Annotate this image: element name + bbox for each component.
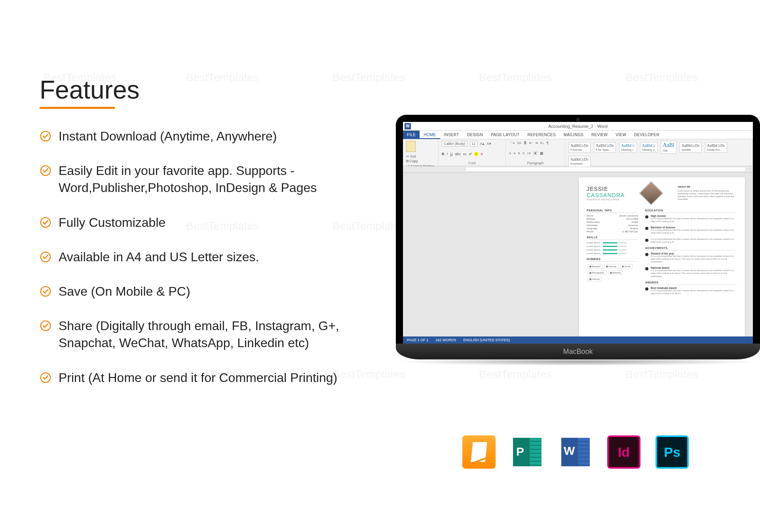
laptop-bezel: W Accounting_Resume_2 - Word FILEHOMEINS… bbox=[396, 115, 760, 344]
info-row: LanguageEnglish bbox=[587, 227, 638, 230]
borders-button[interactable]: ▦ bbox=[540, 151, 543, 155]
status-words: 162 WORDS bbox=[435, 336, 456, 344]
ribbon-tab-mailings[interactable]: MAILINGS bbox=[560, 131, 587, 139]
resume-page: JESSIECASSANDRA ANDROID DEVELOPER ABOUT … bbox=[579, 177, 745, 336]
align-left-icon[interactable]: ≡ bbox=[509, 151, 511, 155]
status-page: PAGE 1 OF 1 bbox=[407, 336, 428, 344]
style-subtitle[interactable]: AaBbCcDcSubtitle bbox=[680, 142, 702, 153]
ruler[interactable] bbox=[403, 166, 753, 173]
resume-name: JESSIECASSANDRA bbox=[587, 186, 625, 198]
ribbon-tab-references[interactable]: REFERENCES bbox=[523, 131, 559, 139]
word-app-icon: W bbox=[405, 123, 411, 129]
hobby-chip: ◼ Photography bbox=[587, 270, 606, 275]
cut-button[interactable]: ✂ Cut bbox=[406, 154, 434, 158]
resume-entry: High SchoolIt is a long established fact… bbox=[645, 215, 737, 223]
resume-about: ABOUT ME Lorem ipsum is simply dummy tex… bbox=[678, 186, 737, 201]
ribbon: ✂ Cut ⧉ Copy 🖌 Format Painter Clipboard … bbox=[403, 139, 753, 166]
word-doc-title: Accounting_Resume_2 - Word bbox=[548, 124, 608, 129]
sup-button[interactable]: x² bbox=[469, 152, 472, 156]
section-awards: AWARDS bbox=[645, 281, 737, 285]
ribbon-tab-file[interactable]: FILE bbox=[403, 131, 420, 139]
outdent-icon[interactable]: ⇤ bbox=[529, 141, 532, 145]
skill-row: Lorem ipsum bbox=[587, 252, 638, 255]
word-app-icon bbox=[559, 435, 592, 469]
shading-button[interactable]: ▾ bbox=[533, 151, 538, 155]
hobby-chip: ◼ Baseball bbox=[587, 264, 602, 269]
copy-button[interactable]: ⧉ Copy bbox=[406, 159, 434, 163]
line-spacing-icon[interactable]: ↕≡ bbox=[527, 151, 531, 155]
style-title[interactable]: AaBlTitle bbox=[661, 141, 676, 154]
style--normal[interactable]: AaBbCcDc¶ Normal bbox=[568, 142, 591, 153]
feature-text: Fully Customizable bbox=[59, 214, 165, 231]
ribbon-tab-page-layout[interactable]: PAGE LAYOUT bbox=[487, 131, 523, 139]
check-icon bbox=[40, 165, 51, 177]
feature-text: Share (Digitally through email, FB, Inst… bbox=[59, 317, 348, 352]
style-heading-1[interactable]: AaBbCcHeading 1 bbox=[619, 142, 636, 153]
font-color-button[interactable]: A bbox=[481, 152, 483, 156]
features-column: Features Instant Download (Anytime, Anyw… bbox=[40, 75, 348, 532]
multilevel-icon[interactable]: ≣ bbox=[524, 141, 527, 145]
skill-row: Lorem ipsum bbox=[587, 249, 638, 251]
info-row: NationalityAmerican bbox=[587, 224, 638, 226]
skill-row: Lorem ipsum bbox=[587, 245, 638, 247]
indent-icon[interactable]: ⇥ bbox=[535, 141, 538, 145]
font-grow-icon[interactable]: A▴ bbox=[480, 142, 484, 146]
feature-item: Instant Download (Anytime, Anywhere) bbox=[40, 128, 348, 145]
underline-button[interactable]: U bbox=[450, 152, 453, 156]
document-area[interactable]: JESSIECASSANDRA ANDROID DEVELOPER ABOUT … bbox=[403, 173, 753, 336]
word-titlebar: W Accounting_Resume_2 - Word bbox=[403, 122, 753, 131]
style-emphasis[interactable]: AaBbCcDcEmphasis bbox=[568, 156, 591, 167]
feature-item: Save (On Mobile & PC) bbox=[40, 283, 348, 300]
ribbon-tab-insert[interactable]: INSERT bbox=[440, 131, 463, 139]
ribbon-tabs: FILEHOMEINSERTDESIGNPAGE LAYOUTREFERENCE… bbox=[403, 131, 753, 139]
ribbon-tab-design[interactable]: DESIGN bbox=[463, 131, 487, 139]
hobby-chip: ◼ Gaming bbox=[587, 277, 602, 281]
hobby-chip: ◼ Social bbox=[620, 264, 633, 269]
ribbon-tab-home[interactable]: HOME bbox=[420, 131, 440, 139]
ribbon-group-styles: AaBbCcDc¶ NormalAaBbCcDc¶ No Spac...AaBb… bbox=[565, 139, 753, 166]
feature-item: Fully Customizable bbox=[40, 214, 348, 231]
bullets-icon[interactable]: ⋮≡ bbox=[509, 141, 515, 145]
style-heading-2[interactable]: AaBbCcHeading 2 bbox=[640, 142, 657, 153]
paste-icon[interactable] bbox=[406, 141, 416, 152]
laptop-screen: W Accounting_Resume_2 - Word FILEHOMEINS… bbox=[403, 122, 753, 344]
indesign-app-icon: Id bbox=[607, 435, 640, 469]
style--no-spac-[interactable]: AaBbCcDc¶ No Spac... bbox=[594, 142, 616, 153]
resume-entry: Student of the yearIt is a long establis… bbox=[645, 252, 737, 263]
app-icons-row: Id Ps bbox=[462, 435, 689, 469]
italic-button[interactable]: I bbox=[447, 152, 448, 156]
check-icon bbox=[40, 130, 51, 142]
feature-list: Instant Download (Anytime, Anywhere)Easi… bbox=[40, 128, 348, 386]
ribbon-tab-review[interactable]: REVIEW bbox=[587, 131, 612, 139]
justify-icon[interactable]: ≡ bbox=[522, 151, 524, 155]
resume-entry: National AwardIt is a long established f… bbox=[645, 266, 737, 277]
feature-text: Available in A4 and US Letter sizes. bbox=[59, 249, 259, 266]
bold-button[interactable]: B bbox=[442, 152, 445, 156]
strike-button[interactable]: abc bbox=[455, 152, 461, 156]
font-name-select[interactable]: Calibri (Body) bbox=[442, 141, 467, 146]
page: Features Instant Download (Anytime, Anyw… bbox=[0, 0, 760, 532]
info-row: Phone+1 987 654 321 bbox=[587, 230, 638, 233]
section-skills: SKILLS bbox=[587, 236, 638, 240]
showmarks-icon[interactable]: ¶ bbox=[547, 141, 549, 145]
publisher-app-icon bbox=[511, 435, 544, 469]
feature-text: Instant Download (Anytime, Anywhere) bbox=[59, 128, 277, 145]
numbering-icon[interactable]: 1≡ bbox=[517, 141, 521, 145]
check-icon bbox=[40, 217, 51, 228]
ribbon-tab-developer[interactable]: DEVELOPER bbox=[630, 131, 663, 139]
info-row: Birthday12/11/1990 bbox=[587, 218, 638, 220]
feature-item: Easily Edit in your favorite app. Suppor… bbox=[40, 162, 348, 196]
align-center-icon[interactable]: ≡ bbox=[513, 151, 515, 155]
check-icon bbox=[40, 251, 51, 263]
highlight-button[interactable]: A bbox=[474, 152, 478, 156]
font-size-select[interactable]: 11 bbox=[470, 141, 478, 146]
font-shrink-icon[interactable]: A▾ bbox=[487, 142, 491, 146]
sub-button[interactable]: x₂ bbox=[463, 152, 467, 156]
sort-icon[interactable]: A↓ bbox=[540, 141, 545, 145]
laptop-mockup: W Accounting_Resume_2 - Word FILEHOMEINS… bbox=[396, 115, 760, 366]
resume-role: ANDROID DEVELOPER bbox=[587, 198, 625, 201]
style-subtle-em-[interactable]: AaBbCcDcSubtle Em... bbox=[705, 142, 727, 153]
align-right-icon[interactable]: ≡ bbox=[518, 151, 520, 155]
ribbon-tab-view[interactable]: VIEW bbox=[612, 131, 630, 139]
page-title: Features bbox=[40, 75, 348, 104]
